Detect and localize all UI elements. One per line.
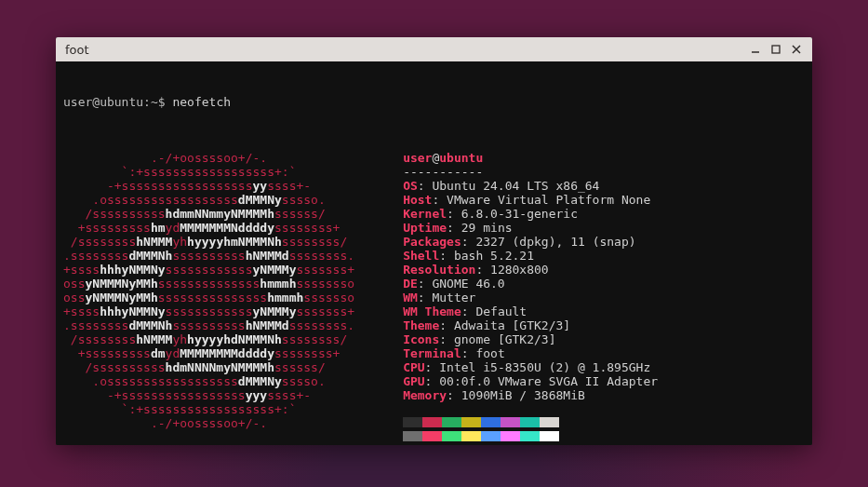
info-rule: ----------- (403, 165, 658, 179)
color-swatch (461, 431, 481, 441)
color-swatch (422, 417, 442, 427)
close-button[interactable] (786, 40, 807, 59)
info-row: DE: GNOME 46.0 (403, 277, 658, 291)
info-row: Packages: 2327 (dpkg), 11 (snap) (403, 235, 658, 249)
info-row: Uptime: 29 mins (403, 221, 658, 235)
info-row: Terminal: foot (403, 346, 658, 360)
color-swatch (403, 431, 422, 441)
window-title: foot (65, 43, 745, 57)
color-swatch (540, 417, 559, 427)
info-row: GPU: 00:0f.0 VMware SVGA II Adapter (403, 374, 658, 388)
color-swatch (520, 417, 540, 427)
info-row: Theme: Adwaita [GTK2/3] (403, 318, 658, 332)
color-swatch-row (403, 416, 658, 430)
color-swatch (461, 417, 481, 427)
info-row: OS: Ubuntu 24.04 LTS x86_64 (403, 179, 658, 193)
titlebar[interactable]: foot (56, 37, 812, 61)
neofetch-output: .-/+oossssoo+/-. `:+ssssssssssssssssss+:… (63, 151, 805, 444)
color-swatch (442, 417, 461, 427)
svg-rect-1 (772, 46, 780, 53)
info-row: WM Theme: Default (403, 304, 658, 318)
system-info: user@ubuntu-----------OS: Ubuntu 24.04 L… (403, 151, 658, 444)
prompt-host: ubuntu (100, 95, 143, 109)
prompt-cwd: ~ (151, 95, 158, 109)
info-row: Shell: bash 5.2.21 (403, 249, 658, 263)
color-swatch (403, 417, 422, 427)
info-header: user@ubuntu (403, 151, 658, 165)
info-row: Memory: 1090MiB / 3868MiB (403, 388, 658, 402)
color-swatch (422, 431, 442, 441)
typed-command: neofetch (172, 95, 231, 109)
info-row: Kernel: 6.8.0-31-generic (403, 207, 658, 221)
prompt-line-1: user@ubuntu:~$ neofetch (63, 95, 805, 109)
info-row: WM: Mutter (403, 291, 658, 304)
color-swatch (442, 431, 461, 441)
terminal-window: foot user@ubuntu:~$ neofetch .-/+oosssso… (56, 37, 812, 445)
info-row: Icons: gnome [GTK2/3] (403, 332, 658, 346)
distro-logo: .-/+oossssoo+/-. `:+ssssssssssssssssss+:… (63, 151, 354, 444)
terminal-viewport[interactable]: user@ubuntu:~$ neofetch .-/+oossssoo+/-.… (56, 61, 812, 445)
color-swatch (481, 417, 501, 427)
maximize-button[interactable] (766, 40, 786, 59)
color-swatch (481, 431, 501, 441)
color-swatch-row (403, 430, 658, 444)
color-swatch (501, 417, 520, 427)
color-swatch (501, 431, 520, 441)
color-swatch (520, 431, 540, 441)
info-row: Resolution: 1280x800 (403, 263, 658, 277)
info-row: Host: VMware Virtual Platform None (403, 193, 658, 207)
minimize-button[interactable] (745, 40, 766, 59)
info-row: CPU: Intel i5-8350U (2) @ 1.895GHz (403, 360, 658, 374)
color-swatch (540, 431, 559, 441)
prompt-user: user (63, 95, 92, 109)
prompt-symbol: $ (158, 95, 166, 109)
